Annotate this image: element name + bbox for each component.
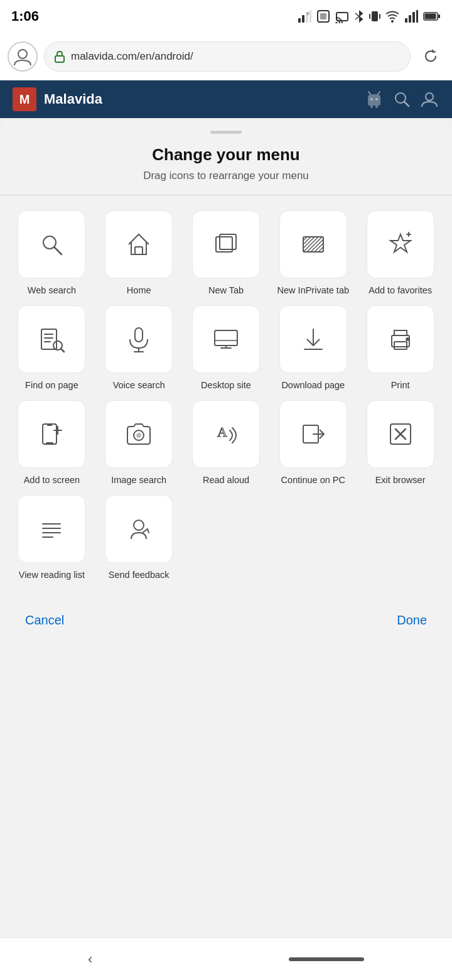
- menu-item-send-feedback[interactable]: Send feedback: [100, 495, 178, 581]
- svg-rect-21: [55, 56, 64, 62]
- bluetooth-icon: [354, 9, 364, 23]
- menu-item-web-search[interactable]: Web search: [13, 210, 91, 297]
- svg-rect-28: [135, 247, 143, 254]
- send-feedback-label: Send feedback: [109, 569, 170, 581]
- inprivate-icon-box: [279, 210, 347, 278]
- svg-rect-49: [135, 328, 143, 342]
- svg-rect-15: [412, 12, 415, 23]
- find-icon: [38, 325, 65, 353]
- menu-item-image-search[interactable]: Image search: [100, 400, 178, 486]
- svg-point-12: [391, 20, 394, 23]
- feedback-icon: [125, 515, 153, 543]
- new-tab-icon-box: [192, 210, 260, 278]
- site-name: Malavida: [44, 91, 102, 107]
- inprivate-icon: [299, 231, 327, 258]
- menu-item-exit-browser[interactable]: Exit browser: [361, 400, 439, 486]
- svg-rect-59: [394, 342, 407, 349]
- cancel-button[interactable]: Cancel: [18, 608, 72, 633]
- favorites-icon-box: [367, 210, 434, 278]
- status-time: 1:06: [11, 8, 39, 24]
- svg-rect-10: [369, 14, 370, 19]
- print-icon: [387, 325, 414, 353]
- svg-rect-13: [405, 18, 407, 23]
- read-aloud-icon: A: [212, 420, 240, 448]
- menu-item-add-to-favorites[interactable]: Add to favorites: [361, 210, 439, 297]
- sheet-subtitle: Drag icons to rearrange your menu: [13, 170, 439, 182]
- svg-point-8: [335, 22, 338, 23]
- menu-item-continue-on-pc[interactable]: Continue on PC: [274, 400, 352, 486]
- status-bar: 1:06 ?: [0, 0, 452, 33]
- print-icon-box: [367, 305, 434, 373]
- svg-rect-3: [309, 10, 311, 23]
- svg-rect-43: [41, 329, 56, 349]
- svg-line-36: [307, 237, 322, 252]
- divider: [0, 195, 452, 195]
- exit-icon: [387, 420, 414, 448]
- menu-item-read-aloud[interactable]: A Read aloud: [187, 400, 266, 486]
- svg-point-20: [18, 50, 27, 58]
- menu-item-download-page[interactable]: Download page: [274, 305, 352, 391]
- avatar-button[interactable]: [8, 41, 38, 72]
- print-label: Print: [391, 379, 410, 391]
- menu-grid: Web search Home New Tab: [13, 210, 439, 580]
- browser-bar: malavida.com/en/android/: [0, 33, 452, 80]
- svg-line-38: [315, 243, 323, 252]
- continue-pc-icon: [299, 420, 327, 448]
- new-tab-label: New Tab: [208, 285, 244, 297]
- home-icon: [125, 231, 153, 258]
- new-inprivate-label: New InPrivate tab: [277, 285, 349, 297]
- sheet-handle: [210, 131, 242, 134]
- image-search-icon-box: [105, 400, 173, 468]
- url-bar[interactable]: malavida.com/en/android/: [44, 41, 411, 72]
- svg-line-27: [55, 248, 62, 254]
- website-strip: M Malavida: [0, 80, 452, 118]
- reading-list-icon-box: [18, 495, 85, 563]
- menu-item-find-on-page[interactable]: Find on page: [13, 305, 91, 391]
- nav-pill: [289, 957, 364, 961]
- new-tab-icon: [212, 231, 240, 258]
- url-text: malavida.com/en/android/: [71, 50, 401, 63]
- web-search-label: Web search: [28, 285, 76, 297]
- svg-line-35: [303, 237, 318, 252]
- view-reading-list-label: View reading list: [19, 569, 85, 581]
- svg-point-26: [43, 236, 56, 249]
- reading-list-icon: [38, 515, 65, 543]
- svg-rect-6: [320, 13, 326, 19]
- done-button[interactable]: Done: [389, 608, 434, 633]
- find-on-page-label: Find on page: [25, 379, 78, 391]
- svg-rect-14: [409, 15, 411, 23]
- menu-item-home[interactable]: Home: [100, 210, 178, 297]
- reload-button[interactable]: [417, 43, 444, 70]
- continue-pc-icon-box: [279, 400, 347, 468]
- menu-item-new-tab[interactable]: New Tab: [187, 210, 266, 297]
- svg-rect-18: [425, 14, 436, 19]
- home-label: Home: [127, 285, 151, 297]
- menu-item-add-to-screen[interactable]: Add to screen: [13, 400, 91, 486]
- add-to-screen-label: Add to screen: [24, 474, 80, 486]
- site-logo: M: [13, 87, 36, 111]
- exit-icon-box: [367, 400, 434, 468]
- bottom-actions: Cancel Done: [13, 593, 439, 650]
- add-screen-icon: [38, 420, 65, 448]
- svg-line-79: [143, 529, 148, 533]
- menu-item-print[interactable]: Print: [361, 305, 439, 391]
- image-search-label: Image search: [111, 474, 166, 486]
- back-button[interactable]: ‹: [88, 951, 92, 967]
- menu-item-view-reading-list[interactable]: View reading list: [13, 495, 91, 581]
- menu-item-new-inprivate-tab[interactable]: New InPrivate tab: [274, 210, 352, 297]
- battery-icon: [423, 11, 441, 21]
- lock-icon: [53, 50, 66, 63]
- menu-item-voice-search[interactable]: Voice search: [100, 305, 178, 391]
- continue-on-pc-label: Continue on PC: [281, 474, 345, 486]
- svg-point-78: [134, 520, 144, 530]
- download-page-label: Download page: [281, 379, 345, 391]
- menu-item-desktop-site[interactable]: Desktop site: [187, 305, 266, 391]
- svg-text:A: A: [217, 424, 227, 440]
- web-search-icon-box: [18, 210, 85, 278]
- add-screen-icon-box: [18, 400, 85, 468]
- svg-line-33: [303, 237, 311, 244]
- site-search-icon: [392, 89, 412, 109]
- svg-point-67: [137, 433, 141, 437]
- voice-icon-box: [105, 305, 173, 373]
- nav-bar: ‹: [0, 937, 452, 980]
